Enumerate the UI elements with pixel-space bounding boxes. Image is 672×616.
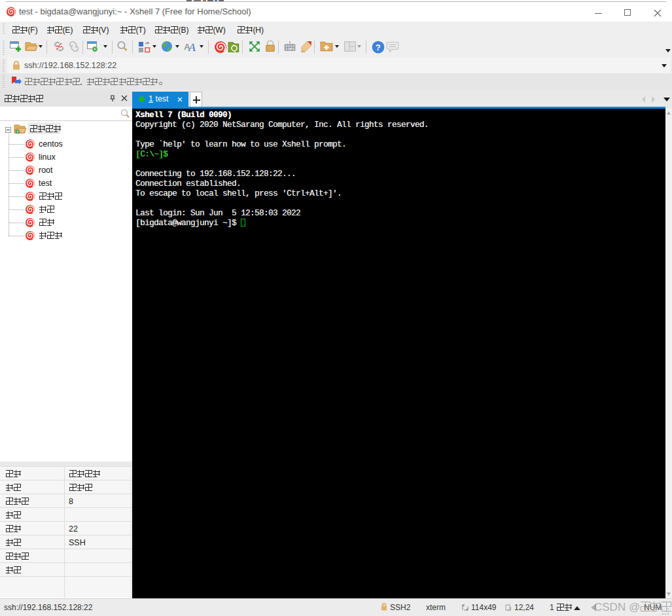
- svg-text:A: A: [188, 41, 196, 53]
- svg-text:?: ?: [376, 43, 381, 52]
